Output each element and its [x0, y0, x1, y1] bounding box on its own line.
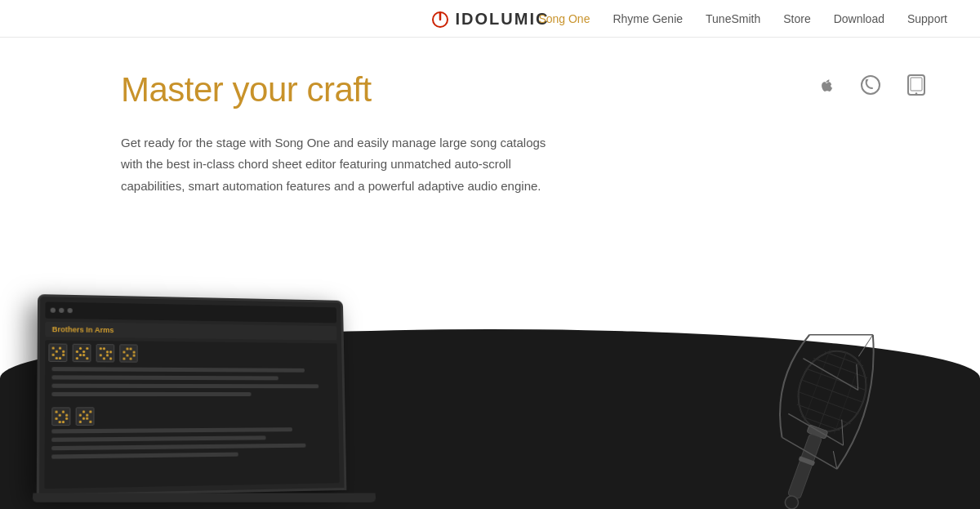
lyrics-area [48, 364, 336, 462]
chord-grid [77, 409, 93, 425]
device-icon [902, 70, 931, 100]
lyric-line [51, 427, 292, 433]
lyric-line [51, 384, 318, 389]
window-dot [68, 308, 73, 313]
lyric-line [51, 367, 305, 373]
song-title: Brothers In Arms [45, 322, 336, 341]
screen-content: Brothers In Arms [39, 297, 345, 494]
bottom-section: Brothers In Arms [0, 272, 980, 509]
nav-item-store[interactable]: Store [783, 12, 810, 25]
logo-text: IDOLUMiC [456, 10, 550, 29]
nav-item-tunesmith[interactable]: TuneSmith [706, 12, 760, 25]
lyric-line [51, 453, 238, 459]
chord-grid [74, 345, 90, 360]
nav-item-song-one[interactable]: Song One [538, 12, 590, 25]
apple-icon [810, 70, 840, 100]
power-icon [431, 11, 449, 29]
app-header [45, 301, 336, 323]
main-content: Master your craft Get ready for the stag… [0, 38, 980, 197]
chord-box [73, 344, 91, 363]
microphone-svg [686, 272, 980, 509]
chord-row [48, 343, 334, 364]
laptop-mockup: Brothers In Arms [24, 272, 416, 509]
window-dot [59, 308, 64, 313]
nav-item-support[interactable]: Support [907, 12, 947, 25]
chord-box [96, 344, 115, 362]
lyric-line [51, 435, 265, 442]
lyric-line [51, 392, 251, 396]
lyric-line [51, 444, 306, 451]
svg-point-5 [915, 92, 917, 94]
chord-row-2 [51, 407, 332, 426]
content-left: Master your craft Get ready for the stag… [0, 38, 608, 197]
platform-icons [810, 70, 931, 100]
svg-line-26 [858, 333, 872, 359]
main-nav: Song One Rhyme Genie TuneSmith Store Dow… [538, 12, 947, 25]
hero-title: Master your craft [121, 70, 559, 109]
chord-box [48, 343, 67, 362]
hero-description: Get ready for the stage with Song One an… [121, 132, 559, 197]
laptop-base [32, 493, 376, 502]
logo: IDOLUMiC [431, 10, 550, 29]
nav-item-download[interactable]: Download [834, 12, 884, 25]
microphone [653, 272, 980, 509]
chord-grid [53, 409, 69, 425]
refresh-icon [856, 70, 885, 100]
chord-box [51, 407, 70, 426]
svg-point-2 [862, 76, 880, 94]
chord-grid [97, 346, 114, 361]
lyric-spacer [51, 400, 332, 405]
window-dot [51, 308, 56, 313]
svg-rect-4 [911, 78, 922, 91]
svg-line-22 [809, 319, 873, 350]
nav-item-rhyme-genie[interactable]: Rhyme Genie [612, 12, 683, 25]
chord-grid [50, 345, 66, 361]
lyric-line [51, 375, 278, 380]
chord-area [44, 340, 339, 489]
header: IDOLUMiC Song One Rhyme Genie TuneSmith … [0, 0, 980, 38]
chord-box [76, 407, 95, 426]
chord-box [119, 344, 137, 362]
chord-grid [121, 346, 136, 361]
laptop-screen: Brothers In Arms [37, 294, 347, 497]
